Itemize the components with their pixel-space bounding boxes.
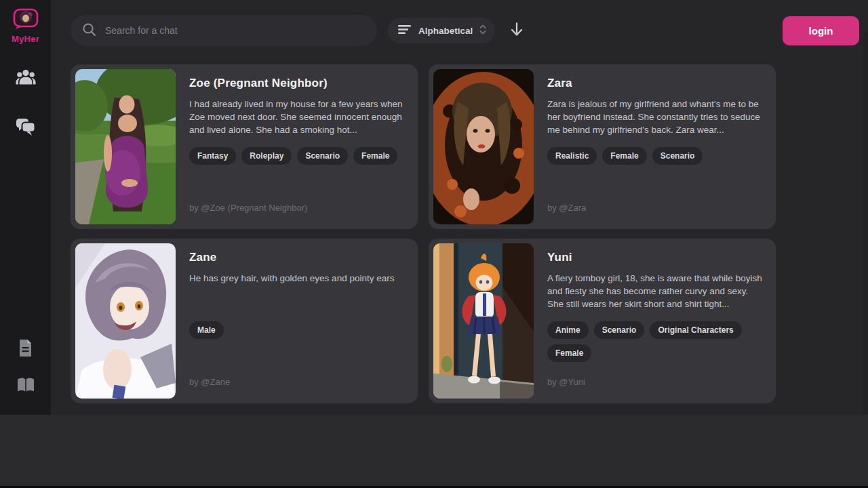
search-icon bbox=[82, 22, 96, 39]
up-down-chevron-icon bbox=[479, 24, 486, 37]
tag-female[interactable]: Female bbox=[353, 147, 397, 165]
sidebar-item-chats[interactable] bbox=[14, 119, 37, 139]
sort-selected-value: Alphabetical bbox=[418, 26, 473, 36]
tag-list: Fantasy Roleplay Scenario Female bbox=[189, 147, 406, 165]
tag-fantasy[interactable]: Fantasy bbox=[189, 147, 236, 165]
topbar: Alphabetical login bbox=[71, 15, 860, 46]
tag-female[interactable]: Female bbox=[547, 344, 591, 362]
character-card-zara[interactable]: Zara Zara is jealous of my girlfriend an… bbox=[429, 64, 776, 229]
tag-anime[interactable]: Anime bbox=[547, 321, 589, 339]
document-icon bbox=[18, 340, 33, 359]
character-byline: by @Zoe (Pregnant Neighbor) bbox=[189, 203, 406, 213]
users-icon bbox=[16, 69, 36, 88]
sort-direction-button[interactable] bbox=[508, 22, 526, 39]
character-name: Zara bbox=[547, 77, 764, 90]
character-description: He has grey hair, with golden eyes and p… bbox=[189, 272, 406, 310]
character-description: Zara is jealous of my girlfriend and wha… bbox=[547, 98, 764, 136]
tag-roleplay[interactable]: Roleplay bbox=[241, 147, 292, 165]
logo-wordmark: MyHer bbox=[12, 34, 39, 44]
sort-dropdown[interactable]: Alphabetical bbox=[388, 18, 495, 43]
scrollbar-track[interactable] bbox=[863, 33, 868, 415]
tag-male[interactable]: Male bbox=[189, 321, 224, 339]
tag-scenario[interactable]: Scenario bbox=[652, 147, 703, 165]
zoe-portrait-image bbox=[75, 69, 176, 224]
tag-list: Anime Scenario Original Characters Femal… bbox=[547, 321, 764, 362]
character-card-zoe[interactable]: Zoe (Pregnant Neighbor) I had already li… bbox=[71, 64, 418, 229]
character-description: I had already lived in my house for a fe… bbox=[189, 98, 406, 136]
book-icon bbox=[17, 378, 35, 394]
character-card-yuni[interactable]: Yuni A fiery tomboy girl, 18, she is awa… bbox=[429, 239, 776, 403]
tag-scenario[interactable]: Scenario bbox=[594, 321, 645, 339]
search-bar[interactable] bbox=[71, 15, 377, 46]
tag-original-characters[interactable]: Original Characters bbox=[650, 321, 741, 339]
zane-portrait-image bbox=[75, 243, 176, 399]
tag-list: Male bbox=[189, 321, 406, 339]
arrow-down-icon bbox=[510, 22, 524, 40]
character-name: Zane bbox=[189, 251, 406, 264]
character-description: A fiery tomboy girl, 18, she is aware th… bbox=[547, 272, 764, 310]
tag-realistic[interactable]: Realistic bbox=[547, 147, 597, 165]
chats-icon bbox=[16, 119, 35, 139]
myher-logo-icon bbox=[12, 8, 39, 33]
yuni-portrait-image bbox=[433, 243, 534, 399]
sidebar-item-guide[interactable] bbox=[14, 375, 37, 396]
character-name: Yuni bbox=[547, 251, 764, 264]
character-byline: by @Zane bbox=[189, 377, 406, 387]
zara-portrait-image bbox=[433, 69, 534, 224]
sidebar-item-terms[interactable] bbox=[14, 339, 37, 359]
app-window: MyHer bbox=[0, 0, 868, 415]
tag-list: Realistic Female Scenario bbox=[547, 147, 764, 165]
tag-scenario[interactable]: Scenario bbox=[297, 147, 348, 165]
character-card-zane[interactable]: Zane He has grey hair, with golden eyes … bbox=[71, 239, 418, 403]
sort-lines-icon bbox=[398, 24, 412, 37]
main-content: Alphabetical login bbox=[51, 0, 868, 415]
sidebar-item-characters[interactable] bbox=[14, 68, 37, 89]
home-logo[interactable]: MyHer bbox=[12, 8, 39, 44]
character-name: Zoe (Pregnant Neighbor) bbox=[189, 77, 406, 90]
character-byline: by @Zara bbox=[547, 203, 764, 213]
search-input[interactable] bbox=[105, 25, 336, 36]
sidebar: MyHer bbox=[0, 0, 51, 415]
character-byline: by @Yuni bbox=[547, 377, 764, 387]
tag-female[interactable]: Female bbox=[602, 147, 646, 165]
login-button[interactable]: login bbox=[783, 16, 859, 45]
character-card-grid: Zoe (Pregnant Neighbor) I had already li… bbox=[71, 64, 776, 403]
